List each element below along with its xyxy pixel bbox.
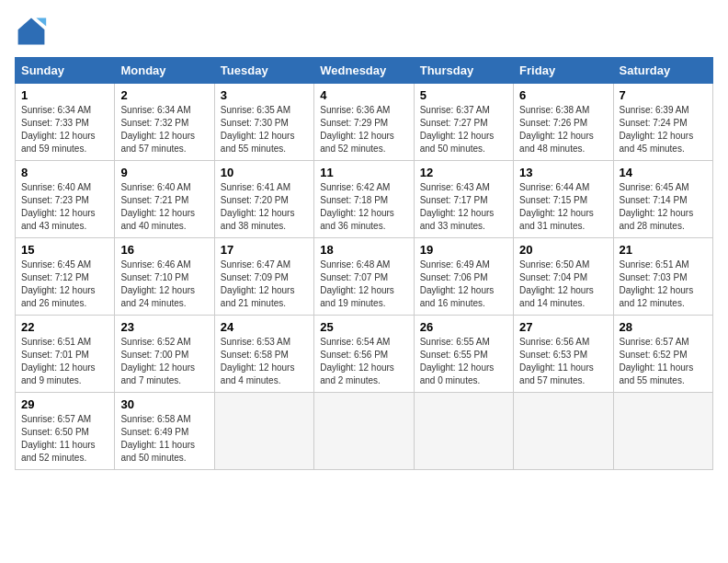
day-number: 3 — [221, 88, 308, 102]
calendar-day-4: 4Sunrise: 6:36 AMSunset: 7:29 PMDaylight… — [314, 84, 414, 161]
day-info: Sunrise: 6:34 AMSunset: 7:32 PMDaylight:… — [120, 104, 208, 155]
day-info: Sunrise: 6:38 AMSunset: 7:26 PMDaylight:… — [519, 104, 607, 155]
day-number: 14 — [620, 166, 707, 179]
day-info: Sunrise: 6:39 AMSunset: 7:24 PMDaylight:… — [620, 104, 707, 155]
calendar-day-2: 2Sunrise: 6:34 AMSunset: 7:32 PMDaylight… — [115, 84, 214, 161]
header-monday: Monday — [115, 58, 214, 84]
day-info: Sunrise: 6:56 AMSunset: 6:53 PMDaylight:… — [519, 336, 607, 387]
calendar-day-20: 20Sunrise: 6:50 AMSunset: 7:04 PMDayligh… — [514, 238, 613, 316]
calendar-day-23: 23Sunrise: 6:52 AMSunset: 7:00 PMDayligh… — [115, 316, 214, 393]
day-number: 1 — [21, 88, 108, 102]
calendar-day-13: 13Sunrise: 6:44 AMSunset: 7:15 PMDayligh… — [514, 161, 613, 238]
empty-cell — [214, 393, 313, 470]
day-info: Sunrise: 6:41 AMSunset: 7:20 PMDaylight:… — [221, 181, 308, 233]
calendar-day-17: 17Sunrise: 6:47 AMSunset: 7:09 PMDayligh… — [214, 238, 313, 316]
calendar-day-16: 16Sunrise: 6:46 AMSunset: 7:10 PMDayligh… — [115, 238, 214, 316]
calendar-week-1: 1Sunrise: 6:34 AMSunset: 7:33 PMDaylight… — [16, 84, 713, 161]
calendar-day-6: 6Sunrise: 6:38 AMSunset: 7:26 PMDaylight… — [514, 84, 613, 161]
logo-icon — [15, 15, 48, 48]
day-number: 6 — [519, 88, 607, 102]
day-number: 9 — [120, 166, 208, 179]
calendar-day-15: 15Sunrise: 6:45 AMSunset: 7:12 PMDayligh… — [16, 238, 115, 316]
calendar-day-11: 11Sunrise: 6:42 AMSunset: 7:18 PMDayligh… — [314, 161, 414, 238]
day-number: 15 — [21, 243, 108, 257]
day-number: 23 — [120, 320, 208, 334]
day-number: 16 — [120, 243, 208, 257]
day-number: 30 — [120, 397, 208, 411]
calendar-day-22: 22Sunrise: 6:51 AMSunset: 7:01 PMDayligh… — [16, 316, 115, 393]
day-info: Sunrise: 6:45 AMSunset: 7:14 PMDaylight:… — [620, 181, 707, 233]
day-number: 19 — [420, 243, 507, 257]
day-number: 20 — [519, 243, 607, 257]
page-header — [15, 15, 713, 48]
calendar-day-1: 1Sunrise: 6:34 AMSunset: 7:33 PMDaylight… — [16, 84, 115, 161]
day-info: Sunrise: 6:57 AMSunset: 6:52 PMDaylight:… — [620, 336, 707, 387]
day-info: Sunrise: 6:45 AMSunset: 7:12 PMDaylight:… — [21, 259, 108, 310]
header-tuesday: Tuesday — [214, 58, 313, 84]
calendar-day-8: 8Sunrise: 6:40 AMSunset: 7:23 PMDaylight… — [16, 161, 115, 238]
empty-cell — [314, 393, 414, 470]
day-info: Sunrise: 6:40 AMSunset: 7:21 PMDaylight:… — [120, 181, 208, 233]
day-info: Sunrise: 6:44 AMSunset: 7:15 PMDaylight:… — [519, 181, 607, 233]
calendar-day-28: 28Sunrise: 6:57 AMSunset: 6:52 PMDayligh… — [613, 316, 712, 393]
day-info: Sunrise: 6:48 AMSunset: 7:07 PMDaylight:… — [320, 259, 407, 310]
day-info: Sunrise: 6:34 AMSunset: 7:33 PMDaylight:… — [21, 104, 108, 155]
logo — [15, 15, 51, 48]
header-wednesday: Wednesday — [314, 58, 414, 84]
calendar-day-12: 12Sunrise: 6:43 AMSunset: 7:17 PMDayligh… — [414, 161, 513, 238]
day-info: Sunrise: 6:53 AMSunset: 6:58 PMDaylight:… — [221, 336, 308, 387]
day-number: 4 — [320, 88, 407, 102]
day-info: Sunrise: 6:50 AMSunset: 7:04 PMDaylight:… — [519, 259, 607, 310]
calendar-week-2: 8Sunrise: 6:40 AMSunset: 7:23 PMDaylight… — [16, 161, 713, 238]
day-info: Sunrise: 6:42 AMSunset: 7:18 PMDaylight:… — [320, 181, 407, 233]
calendar-day-9: 9Sunrise: 6:40 AMSunset: 7:21 PMDaylight… — [115, 161, 214, 238]
day-info: Sunrise: 6:46 AMSunset: 7:10 PMDaylight:… — [120, 259, 208, 310]
day-info: Sunrise: 6:51 AMSunset: 7:03 PMDaylight:… — [620, 259, 707, 310]
calendar-week-5: 29Sunrise: 6:57 AMSunset: 6:50 PMDayligh… — [16, 393, 713, 470]
day-number: 7 — [620, 88, 707, 102]
calendar-day-27: 27Sunrise: 6:56 AMSunset: 6:53 PMDayligh… — [514, 316, 613, 393]
day-number: 18 — [320, 243, 407, 257]
day-number: 24 — [221, 320, 308, 334]
svg-marker-0 — [18, 18, 45, 45]
day-number: 8 — [21, 166, 108, 179]
calendar-day-14: 14Sunrise: 6:45 AMSunset: 7:14 PMDayligh… — [613, 161, 712, 238]
day-info: Sunrise: 6:51 AMSunset: 7:01 PMDaylight:… — [21, 336, 108, 387]
calendar-day-7: 7Sunrise: 6:39 AMSunset: 7:24 PMDaylight… — [613, 84, 712, 161]
calendar-header-row: SundayMondayTuesdayWednesdayThursdayFrid… — [16, 58, 713, 84]
day-number: 5 — [420, 88, 507, 102]
day-number: 17 — [221, 243, 308, 257]
day-number: 11 — [320, 166, 407, 179]
day-info: Sunrise: 6:37 AMSunset: 7:27 PMDaylight:… — [420, 104, 507, 155]
calendar-day-30: 30Sunrise: 6:58 AMSunset: 6:49 PMDayligh… — [115, 393, 214, 470]
day-number: 26 — [420, 320, 507, 334]
calendar-week-4: 22Sunrise: 6:51 AMSunset: 7:01 PMDayligh… — [16, 316, 713, 393]
calendar-day-5: 5Sunrise: 6:37 AMSunset: 7:27 PMDaylight… — [414, 84, 513, 161]
day-number: 2 — [120, 88, 208, 102]
day-number: 27 — [519, 320, 607, 334]
day-number: 13 — [519, 166, 607, 179]
header-thursday: Thursday — [414, 58, 513, 84]
header-friday: Friday — [514, 58, 613, 84]
day-number: 21 — [620, 243, 707, 257]
header-saturday: Saturday — [613, 58, 712, 84]
calendar-day-21: 21Sunrise: 6:51 AMSunset: 7:03 PMDayligh… — [613, 238, 712, 316]
day-number: 12 — [420, 166, 507, 179]
header-sunday: Sunday — [16, 58, 115, 84]
day-info: Sunrise: 6:35 AMSunset: 7:30 PMDaylight:… — [221, 104, 308, 155]
day-info: Sunrise: 6:54 AMSunset: 6:56 PMDaylight:… — [320, 336, 407, 387]
calendar-day-19: 19Sunrise: 6:49 AMSunset: 7:06 PMDayligh… — [414, 238, 513, 316]
calendar-day-3: 3Sunrise: 6:35 AMSunset: 7:30 PMDaylight… — [214, 84, 313, 161]
calendar-day-29: 29Sunrise: 6:57 AMSunset: 6:50 PMDayligh… — [16, 393, 115, 470]
empty-cell — [514, 393, 613, 470]
day-info: Sunrise: 6:57 AMSunset: 6:50 PMDaylight:… — [21, 413, 108, 465]
day-number: 10 — [221, 166, 308, 179]
calendar-day-18: 18Sunrise: 6:48 AMSunset: 7:07 PMDayligh… — [314, 238, 414, 316]
day-info: Sunrise: 6:47 AMSunset: 7:09 PMDaylight:… — [221, 259, 308, 310]
day-number: 25 — [320, 320, 407, 334]
empty-cell — [613, 393, 712, 470]
day-info: Sunrise: 6:49 AMSunset: 7:06 PMDaylight:… — [420, 259, 507, 310]
day-info: Sunrise: 6:55 AMSunset: 6:55 PMDaylight:… — [420, 336, 507, 387]
day-info: Sunrise: 6:40 AMSunset: 7:23 PMDaylight:… — [21, 181, 108, 233]
calendar-day-26: 26Sunrise: 6:55 AMSunset: 6:55 PMDayligh… — [414, 316, 513, 393]
